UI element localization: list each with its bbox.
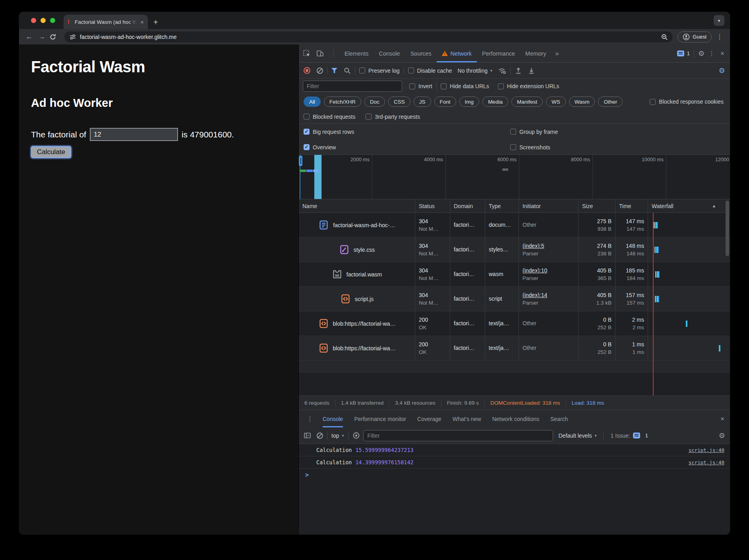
table-scrollbar[interactable] bbox=[726, 201, 729, 256]
checkbox[interactable] bbox=[359, 68, 365, 73]
profile-button[interactable]: Guest bbox=[677, 31, 712, 42]
invert-checkbox[interactable]: Invert bbox=[409, 83, 432, 89]
drawer-tab[interactable]: What's new bbox=[453, 410, 481, 427]
resource-type-chip[interactable]: Other bbox=[598, 97, 623, 107]
checkbox[interactable] bbox=[366, 114, 372, 120]
checkbox[interactable] bbox=[510, 129, 516, 135]
devtools-tab[interactable]: Elements bbox=[339, 44, 374, 62]
column-header-status[interactable]: Status bbox=[415, 199, 450, 212]
disable-cache-checkbox[interactable]: Disable cache bbox=[408, 68, 452, 74]
devtools-tab[interactable]: Console bbox=[374, 44, 405, 62]
checkbox[interactable] bbox=[650, 99, 656, 105]
table-row[interactable]: script.js 304Not M… factori… script (ind… bbox=[299, 287, 730, 311]
initiator-link[interactable]: (index):10 bbox=[523, 266, 575, 274]
clear-network-log-icon[interactable] bbox=[317, 68, 323, 74]
checkbox-checked[interactable] bbox=[304, 144, 310, 150]
resource-type-chip[interactable]: WS bbox=[546, 97, 566, 107]
browser-tab[interactable]: ! Factorial Wasm (ad hoc Work × bbox=[64, 15, 148, 29]
initiator-link[interactable]: Other bbox=[523, 344, 575, 352]
resource-type-chip[interactable]: Fetch/XHR bbox=[324, 97, 361, 107]
console-source-link[interactable]: script.js:40 bbox=[689, 460, 724, 465]
screenshots-checkbox[interactable]: Screenshots bbox=[510, 144, 725, 151]
checkbox[interactable] bbox=[408, 68, 414, 73]
table-row[interactable]: blob:https://factorial-wa… 200OK factori… bbox=[299, 336, 730, 361]
filter-icon[interactable] bbox=[331, 68, 337, 73]
search-icon[interactable] bbox=[344, 67, 351, 74]
column-header-initiator[interactable]: Initiator bbox=[519, 199, 579, 212]
factorial-input[interactable] bbox=[90, 128, 178, 141]
big-request-rows-checkbox[interactable]: Big request rows bbox=[304, 129, 510, 135]
resource-type-chip[interactable]: Font bbox=[434, 97, 456, 107]
drawer-tab[interactable]: Performance monitor bbox=[354, 410, 406, 427]
table-row[interactable]: style.css 304Not M… factori… styles… (in… bbox=[299, 238, 730, 262]
table-row[interactable]: factorial-wasm-ad-hoc-… 304Not M… factor… bbox=[299, 213, 730, 238]
network-conditions-icon[interactable] bbox=[498, 67, 506, 74]
request-name[interactable]: factorial-wasm-ad-hoc-… bbox=[333, 222, 395, 228]
reload-button[interactable] bbox=[49, 33, 60, 41]
column-header-size[interactable]: Size bbox=[579, 199, 615, 212]
timeline-drag-handle[interactable] bbox=[299, 156, 302, 166]
column-header-type[interactable]: Type bbox=[485, 199, 519, 212]
request-name[interactable]: blob:https://factorial-wa… bbox=[333, 345, 396, 351]
drawer-tab[interactable]: Network conditions bbox=[492, 410, 539, 427]
request-name[interactable]: blob:https://factorial-wa… bbox=[333, 321, 396, 327]
column-header-domain[interactable]: Domain bbox=[450, 199, 485, 212]
resource-type-chip[interactable]: Wasm bbox=[569, 97, 595, 107]
import-har-icon[interactable] bbox=[515, 67, 522, 74]
console-sidebar-icon[interactable] bbox=[304, 432, 311, 439]
blocked-requests-checkbox[interactable]: Blocked requests bbox=[304, 114, 355, 120]
network-filter-input[interactable] bbox=[303, 81, 402, 92]
network-settings-gear-icon[interactable]: ⚙ bbox=[719, 67, 725, 74]
drawer-tab[interactable]: Console bbox=[323, 410, 343, 427]
resource-type-chip[interactable]: Img bbox=[459, 97, 480, 107]
url-text[interactable]: factorial-wasm-ad-hoc-worker.glitch.me bbox=[80, 34, 657, 40]
initiator-link[interactable]: (index):5 bbox=[523, 242, 575, 250]
console-message[interactable]: Calculation 14.399999976158142 script.js… bbox=[299, 456, 730, 469]
devtools-tab[interactable]: Performance bbox=[477, 44, 520, 62]
table-row[interactable]: WA factorial.wasm 304Not M… factori… was… bbox=[299, 262, 730, 287]
eye-icon[interactable] bbox=[352, 432, 360, 439]
resource-type-chip[interactable]: Manifest bbox=[511, 97, 543, 107]
zoom-icon[interactable] bbox=[661, 33, 668, 41]
record-network-log-icon[interactable] bbox=[304, 67, 310, 74]
drawer-tab[interactable]: Coverage bbox=[417, 410, 441, 427]
checkbox[interactable] bbox=[441, 83, 447, 89]
hide-data-urls-checkbox[interactable]: Hide data URLs bbox=[441, 83, 489, 89]
resource-type-chip[interactable]: Media bbox=[482, 97, 508, 107]
column-header-time[interactable]: Time bbox=[615, 199, 648, 212]
tab-search-button[interactable]: ▾ bbox=[714, 15, 724, 26]
close-window-button[interactable] bbox=[31, 18, 36, 23]
table-row[interactable]: blob:https://factorial-wa… 200OK factori… bbox=[299, 311, 730, 336]
log-levels-dropdown[interactable]: Default levels ▾ bbox=[556, 433, 599, 439]
request-name[interactable]: factorial.wasm bbox=[346, 271, 382, 278]
checkbox[interactable] bbox=[304, 114, 310, 120]
checkbox-checked[interactable] bbox=[304, 129, 310, 135]
devtools-settings-icon[interactable]: ⚙ bbox=[698, 50, 704, 57]
devtools-tab[interactable]: Sources bbox=[405, 44, 437, 62]
group-by-frame-checkbox[interactable]: Group by frame bbox=[510, 129, 725, 135]
column-header-waterfall[interactable]: Waterfall ▲ bbox=[648, 199, 730, 212]
forward-button[interactable]: → bbox=[37, 33, 47, 41]
initiator-link[interactable]: Other bbox=[523, 319, 575, 327]
console-prompt[interactable]: > bbox=[299, 469, 730, 481]
issues-counter[interactable]: 1 Issue: 1 bbox=[608, 433, 652, 439]
address-bar[interactable]: factorial-wasm-ad-hoc-worker.glitch.me bbox=[64, 31, 673, 42]
window-controls[interactable] bbox=[31, 18, 55, 23]
devtools-tab[interactable]: ! Network bbox=[437, 44, 477, 62]
checkbox[interactable] bbox=[409, 83, 415, 89]
resource-type-chip[interactable]: JS bbox=[414, 97, 431, 107]
export-har-icon[interactable] bbox=[528, 67, 535, 74]
more-tabs-icon[interactable]: » bbox=[551, 44, 563, 62]
drawer-menu-icon[interactable]: ⋮ bbox=[303, 410, 317, 427]
new-tab-button[interactable]: + bbox=[153, 18, 158, 26]
console-context-dropdown[interactable]: top ▾ bbox=[331, 433, 344, 439]
resource-type-chip[interactable]: All bbox=[304, 97, 321, 107]
hide-extension-urls-checkbox[interactable]: Hide extension URLs bbox=[498, 83, 559, 89]
network-overview-timeline[interactable]: 2000 ms4000 ms6000 ms8000 ms10000 ms1200… bbox=[299, 155, 730, 199]
initiator-link[interactable]: Other bbox=[523, 221, 575, 229]
request-name[interactable]: style.css bbox=[354, 247, 375, 253]
drawer-tab[interactable]: Search bbox=[550, 410, 568, 427]
console-source-link[interactable]: script.js:40 bbox=[689, 447, 724, 453]
initiator-link[interactable]: (index):14 bbox=[523, 291, 575, 299]
blocked-response-cookies-checkbox[interactable]: Blocked response cookies bbox=[650, 98, 725, 105]
